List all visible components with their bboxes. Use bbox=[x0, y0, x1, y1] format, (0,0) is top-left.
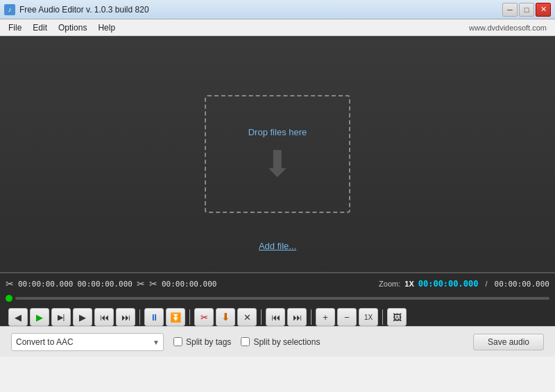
delete-button[interactable]: ✕ bbox=[237, 308, 257, 326]
pause-button[interactable]: ⏸ bbox=[144, 308, 164, 326]
rewind-button[interactable]: ◀ bbox=[8, 308, 28, 326]
prev-marker-button[interactable]: ⏮ bbox=[266, 308, 285, 326]
window-controls: ─ □ ✕ bbox=[502, 3, 551, 17]
separator-5 bbox=[382, 309, 383, 325]
cut-icon-2: ✂ bbox=[137, 278, 145, 289]
titlebar: ♪ Free Audio Editor v. 1.0.3 build 820 ─… bbox=[0, 0, 555, 19]
time-marker-1: 00:00:00.000 bbox=[18, 280, 73, 289]
split-tags-checkbox[interactable] bbox=[173, 337, 182, 346]
app-icon: ♪ bbox=[4, 4, 15, 15]
time-marker-3: 00:00:00.000 bbox=[162, 280, 216, 289]
scrubber-track[interactable] bbox=[15, 297, 549, 300]
menubar: File Edit Options Help www.dvdvideosoft.… bbox=[0, 19, 555, 36]
menu-file[interactable]: File bbox=[3, 22, 27, 34]
save-audio-button[interactable]: Save audio bbox=[473, 334, 544, 350]
timeline-area: ✂ 00:00:00.000 00:00:00.000 ✂ ✂ 00:00:00… bbox=[0, 272, 555, 326]
skip-start-button[interactable]: ⏮ bbox=[94, 308, 114, 326]
separator-4 bbox=[311, 309, 311, 325]
split-tags-text: Split by tags bbox=[186, 337, 231, 347]
maximize-button[interactable]: □ bbox=[519, 3, 534, 17]
play-button[interactable]: ▶ bbox=[30, 308, 49, 326]
minimize-button[interactable]: ─ bbox=[502, 3, 518, 17]
zoom-in-button[interactable]: + bbox=[316, 308, 335, 326]
drop-arrow-icon: ⬇ bbox=[262, 146, 293, 182]
cut-icon-3: ✂ bbox=[149, 278, 157, 289]
scrubber-row bbox=[6, 293, 549, 304]
drop-zone-text: Drop files here bbox=[248, 127, 307, 137]
add-file-link[interactable]: Add file... bbox=[259, 241, 296, 251]
bottom-bar: Convert to AAC Convert to MP3 Convert to… bbox=[0, 326, 555, 357]
split-selections-checkbox[interactable] bbox=[241, 337, 250, 346]
zoom-1x-button[interactable]: 1X bbox=[359, 308, 378, 326]
transport-controls: ◀ ▶ ▶| ▶ ⏮ ⏭ ⏸ ⏬ ✂ ⬇ ✕ ⏮ ⏭ + − 1X 🖼 bbox=[6, 305, 549, 329]
zoom-value: 1X bbox=[404, 280, 413, 288]
scrubber-handle[interactable] bbox=[6, 295, 12, 302]
drop-zone[interactable]: Drop files here ⬇ bbox=[205, 95, 350, 213]
skip-end-button[interactable]: ⏭ bbox=[116, 308, 135, 326]
main-content-area: Drop files here ⬇ Add file... bbox=[0, 36, 555, 272]
convert-select-wrapper: Convert to AAC Convert to MP3 Convert to… bbox=[11, 333, 164, 351]
split-selections-label[interactable]: Split by selections bbox=[241, 337, 320, 347]
window-title: Free Audio Editor v. 1.0.3 build 820 bbox=[19, 5, 502, 15]
time-marker-2: 00:00:00.000 bbox=[77, 280, 132, 289]
timeline-header: ✂ 00:00:00.000 00:00:00.000 ✂ ✂ 00:00:00… bbox=[6, 276, 549, 291]
download-button[interactable]: ⏬ bbox=[166, 308, 185, 326]
close-button[interactable]: ✕ bbox=[536, 3, 551, 17]
convert-select[interactable]: Convert to AAC Convert to MP3 Convert to… bbox=[11, 333, 164, 351]
separator-3 bbox=[261, 309, 262, 325]
separator-1 bbox=[139, 309, 140, 325]
zoom-label: Zoom: bbox=[379, 280, 400, 288]
cut-button[interactable]: ✂ bbox=[194, 308, 214, 326]
split-selections-text: Split by selections bbox=[253, 337, 320, 347]
menu-help[interactable]: Help bbox=[92, 22, 121, 34]
dvd-link: www.dvdvideosoft.com bbox=[469, 24, 552, 32]
separator-2 bbox=[189, 309, 190, 325]
total-time: 00:00:00.000 bbox=[495, 280, 549, 289]
cut-icon-1: ✂ bbox=[6, 278, 14, 289]
play-selection-button[interactable]: ▶| bbox=[51, 308, 71, 326]
image-button[interactable]: 🖼 bbox=[387, 308, 407, 326]
current-time: 00:00:00.000 bbox=[418, 279, 479, 289]
split-tags-label[interactable]: Split by tags bbox=[173, 337, 231, 347]
zoom-out-button[interactable]: − bbox=[337, 308, 357, 326]
next-marker-button[interactable]: ⏭ bbox=[287, 308, 307, 326]
menu-options[interactable]: Options bbox=[53, 22, 92, 34]
menu-edit[interactable]: Edit bbox=[27, 22, 53, 34]
forward-button[interactable]: ▶ bbox=[73, 308, 92, 326]
paste-button[interactable]: ⬇ bbox=[216, 308, 235, 326]
